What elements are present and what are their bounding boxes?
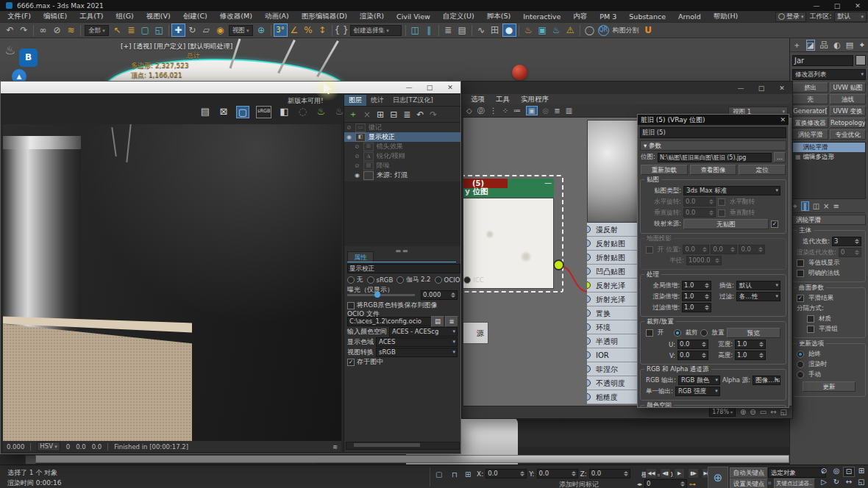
delete-layer-icon[interactable]: ×: [363, 110, 371, 120]
bitmap-node[interactable]: (5) — y 位图: [463, 179, 554, 289]
modifier-button[interactable]: 置换修改器: [792, 118, 828, 128]
bitmap-path-field[interactable]: N:\贴图\脏旧黑白图\脏旧 (5).jpg: [658, 153, 772, 162]
eye-icon[interactable]: ⊘: [355, 153, 363, 159]
modifier-button[interactable]: 专业优化: [830, 129, 866, 140]
slot-socket[interactable]: [587, 226, 591, 233]
show-end-result-icon[interactable]: ‖: [801, 201, 809, 211]
browse-ocio-button[interactable]: ▤: [431, 316, 444, 327]
render-production-icon[interactable]: ♨: [549, 24, 563, 37]
sme-zoom-level[interactable]: 178%: [709, 407, 736, 417]
vfb-maximize-button[interactable]: □: [419, 84, 440, 91]
reference-coordinate-dropdown[interactable]: 视图: [229, 25, 253, 36]
slot-socket[interactable]: [587, 379, 591, 387]
key-mode-icon[interactable]: ⊶: [689, 481, 696, 488]
render-last-icon[interactable]: ♨: [315, 106, 327, 118]
u-plugin-icon[interactable]: U: [641, 24, 655, 37]
y-coordinate-field[interactable]: 0.0: [537, 469, 578, 478]
log-icon[interactable]: ≋: [332, 443, 338, 451]
eye-icon[interactable]: ⊘: [346, 124, 355, 131]
menu-item[interactable]: 工具(T): [79, 12, 103, 21]
save-rgb-checkbox[interactable]: [347, 302, 355, 309]
menu-item[interactable]: 渲染(R): [360, 12, 384, 21]
make-unique-icon[interactable]: ◫: [813, 202, 819, 210]
percent-snap-icon[interactable]: %: [302, 24, 316, 37]
render-setup-icon[interactable]: ♨: [522, 24, 536, 37]
undo-icon[interactable]: ↶: [3, 24, 17, 37]
pan-icon[interactable]: ↔: [770, 408, 776, 416]
qr-icon[interactable]: QR: [598, 25, 609, 36]
display-correction-radio[interactable]: sRGB: [367, 276, 394, 284]
spinner-snap-icon[interactable]: ↕: [316, 24, 330, 37]
sme-close-button[interactable]: ✕: [772, 85, 792, 92]
exposure-value-spinner[interactable]: 0.000: [421, 290, 458, 300]
sme-maximize-button[interactable]: □: [751, 85, 772, 92]
sme-menu-item[interactable]: 选项: [471, 95, 485, 104]
menu-item[interactable]: Substance: [629, 12, 666, 21]
menu-item[interactable]: 自定义(U): [443, 12, 474, 21]
snap-toggle-icon[interactable]: 3°: [274, 24, 288, 37]
layer-list-icon[interactable]: ≣: [403, 110, 410, 120]
pan-icon[interactable]: ↔: [843, 478, 855, 488]
materials-checkbox[interactable]: [807, 315, 814, 323]
interpolation-dropdown[interactable]: 默认: [736, 281, 780, 290]
menu-item[interactable]: 创建(C): [183, 12, 207, 21]
load-layers-icon[interactable]: ⊞: [377, 110, 384, 120]
input-colorspace-dropdown[interactable]: ACES - ACEScg: [389, 327, 458, 337]
multiplier-spinner[interactable]: 1.0: [682, 303, 711, 312]
multiplier-spinner[interactable]: 1.0: [682, 292, 711, 301]
clear-image-icon[interactable]: ⊠: [218, 106, 230, 118]
separator[interactable]: [271, 25, 271, 36]
select-object-icon[interactable]: ↖: [110, 24, 124, 37]
named-selection-set-field[interactable]: 创建选择集: [350, 25, 402, 36]
maximize-viewport-icon[interactable]: ◱: [855, 478, 867, 488]
slot-socket[interactable]: [587, 295, 591, 303]
tab-display[interactable]: ▤: [846, 40, 853, 50]
eye-icon[interactable]: ◉: [346, 134, 355, 140]
separator[interactable]: [438, 25, 439, 36]
locate-button[interactable]: 定位: [739, 165, 786, 175]
menu-item[interactable]: 编辑(E): [43, 12, 67, 21]
menu-item[interactable]: 文件(F): [7, 12, 31, 21]
render-iterations-spinner[interactable]: 0: [839, 248, 861, 257]
multiplier-spinner[interactable]: 1.0: [682, 281, 711, 290]
bake-checkbox[interactable]: [347, 359, 355, 366]
layer-row[interactable]: ◉来源: 灯混: [344, 171, 460, 180]
position-spinner[interactable]: 0.0: [683, 245, 709, 254]
menu-item[interactable]: 帮助(H): [714, 12, 739, 21]
separator[interactable]: [519, 25, 519, 36]
ocio-path-field[interactable]: C:\aces_1.2\config.ocio: [347, 317, 433, 326]
position-spinner[interactable]: 0.0: [711, 245, 737, 254]
x-coordinate-field[interactable]: 0.0: [485, 469, 527, 478]
params-close-icon[interactable]: ✕: [780, 116, 786, 123]
modifier-list-dropdown[interactable]: 修改器列表: [792, 69, 866, 80]
zoom-in-icon[interactable]: ⊕: [740, 408, 746, 416]
slot-socket[interactable]: [587, 337, 591, 345]
mapping-source-button[interactable]: 无贴图: [683, 219, 769, 229]
track-bar[interactable]: [35, 455, 789, 463]
current-frame-field[interactable]: 0: [644, 479, 687, 488]
sme-menu-item[interactable]: 工具: [496, 95, 510, 104]
selection-region-icon[interactable]: ▢: [138, 24, 152, 37]
menu-item[interactable]: Civil View: [396, 12, 430, 21]
login-dropdown[interactable]: 登录: [775, 12, 807, 22]
zoom-out-icon[interactable]: ⊖: [750, 408, 755, 416]
sme-minimize-button[interactable]: —: [730, 85, 751, 92]
map-name-field[interactable]: 脏旧 (5): [640, 127, 786, 138]
slot-socket[interactable]: [587, 309, 591, 317]
menu-item[interactable]: 图形编辑器(D): [302, 12, 347, 21]
warning-icon[interactable]: ⚠: [563, 24, 577, 37]
sme-menu-item[interactable]: 实用程序: [521, 95, 549, 104]
smooth-result-checkbox[interactable]: [797, 295, 804, 302]
separator[interactable]: [80, 25, 81, 36]
next-frame-button[interactable]: ▮▶: [688, 468, 699, 478]
sme-title-bar[interactable]: — □ ✕: [462, 82, 792, 94]
params-title-bar[interactable]: 脏旧 (5) (VRay 位图) ✕: [638, 115, 789, 125]
slot-socket[interactable]: [587, 365, 591, 373]
partial-node[interactable]: 源: [463, 322, 488, 344]
menu-item[interactable]: 内容: [573, 12, 587, 21]
vfb-title-bar[interactable]: — □ ✕: [1, 82, 460, 93]
layer-row[interactable]: ◉◧显示校正: [344, 132, 460, 142]
select-scale-icon[interactable]: ▱: [199, 24, 213, 37]
undo-icon[interactable]: ↶: [416, 110, 424, 120]
unlink-selection-icon[interactable]: ⊘: [50, 24, 64, 37]
